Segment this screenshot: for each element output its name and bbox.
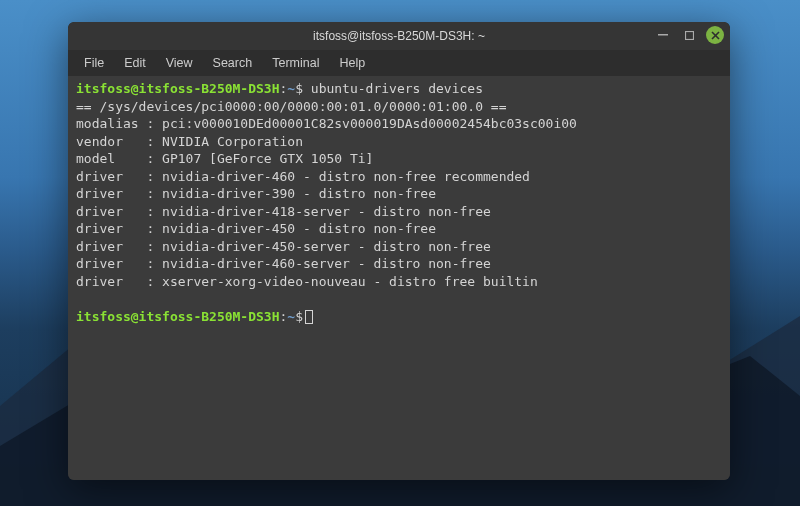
menu-edit[interactable]: Edit: [114, 52, 156, 74]
titlebar[interactable]: itsfoss@itsfoss-B250M-DS3H: ~: [68, 22, 730, 50]
terminal-body[interactable]: itsfoss@itsfoss-B250M-DS3H:~$ ubuntu-dri…: [68, 76, 730, 480]
output-line: driver : nvidia-driver-390 - distro non-…: [76, 185, 722, 203]
window-controls: [654, 26, 724, 44]
svg-rect-2: [658, 34, 668, 36]
minimize-button[interactable]: [654, 26, 672, 44]
prompt-line-1: itsfoss@itsfoss-B250M-DS3H:~$ ubuntu-dri…: [76, 80, 722, 98]
terminal-window: itsfoss@itsfoss-B250M-DS3H: ~ File Edit …: [68, 22, 730, 480]
blank-line: [76, 291, 722, 309]
menubar: File Edit View Search Terminal Help: [68, 50, 730, 76]
output-line: driver : xserver-xorg-video-nouveau - di…: [76, 273, 722, 291]
prompt-sep2: $: [295, 81, 303, 96]
menu-search[interactable]: Search: [203, 52, 263, 74]
command: ubuntu-drivers devices: [311, 81, 483, 96]
prompt-userhost: itsfoss@itsfoss-B250M-DS3H: [76, 81, 280, 96]
output-line: vendor : NVIDIA Corporation: [76, 133, 722, 151]
menu-file[interactable]: File: [74, 52, 114, 74]
prompt-path: ~: [287, 309, 295, 324]
output-line: driver : nvidia-driver-418-server - dist…: [76, 203, 722, 221]
window-title: itsfoss@itsfoss-B250M-DS3H: ~: [313, 29, 485, 43]
output-line: driver : nvidia-driver-460-server - dist…: [76, 255, 722, 273]
menu-help[interactable]: Help: [329, 52, 375, 74]
output-line: driver : nvidia-driver-460 - distro non-…: [76, 168, 722, 186]
output-line: driver : nvidia-driver-450-server - dist…: [76, 238, 722, 256]
prompt-sep2: $: [295, 309, 303, 324]
svg-rect-3: [685, 31, 693, 39]
prompt-userhost: itsfoss@itsfoss-B250M-DS3H: [76, 309, 280, 324]
close-button[interactable]: [706, 26, 724, 44]
prompt-path: ~: [287, 81, 295, 96]
menu-terminal[interactable]: Terminal: [262, 52, 329, 74]
output-line: driver : nvidia-driver-450 - distro non-…: [76, 220, 722, 238]
output-line: model : GP107 [GeForce GTX 1050 Ti]: [76, 150, 722, 168]
prompt-line-2: itsfoss@itsfoss-B250M-DS3H:~$: [76, 308, 722, 326]
menu-view[interactable]: View: [156, 52, 203, 74]
output-line: == /sys/devices/pci0000:00/0000:00:01.0/…: [76, 98, 722, 116]
cursor-icon: [305, 310, 313, 324]
output-line: modalias : pci:v000010DEd00001C82sv00001…: [76, 115, 722, 133]
maximize-button[interactable]: [680, 26, 698, 44]
